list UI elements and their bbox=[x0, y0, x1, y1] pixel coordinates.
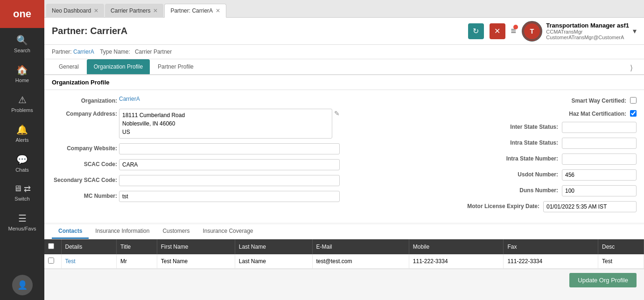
motor-license-input[interactable] bbox=[543, 201, 637, 212]
tab-carrier-partners[interactable]: Carrier Partners ✕ bbox=[105, 4, 163, 18]
edit-address-icon[interactable]: ✎ bbox=[334, 109, 340, 117]
field-mc-number: MC Number: bbox=[52, 191, 340, 202]
field-organization: Organization: CarrierA bbox=[52, 96, 340, 104]
refresh-button[interactable]: ↻ bbox=[468, 23, 484, 39]
field-haz-mat: Haz Mat Certification: bbox=[349, 109, 637, 117]
company-website-input[interactable] bbox=[119, 143, 340, 154]
expand-icon[interactable]: ⟩ bbox=[626, 62, 637, 74]
sub-tab-insurance-info[interactable]: Insurance Information bbox=[89, 224, 156, 239]
main-area: Neo Dashboard ✕ Carrier Partners ✕ Partn… bbox=[44, 0, 644, 300]
field-company-address: Company Address: 18111 Cumberland RoadNo… bbox=[52, 109, 340, 139]
field-interstate-status: Inter State Status: bbox=[349, 122, 637, 133]
smart-way-checkbox[interactable] bbox=[630, 97, 637, 104]
organization-label: Organization: bbox=[52, 96, 117, 104]
scac-code-label: SCAC Code: bbox=[52, 159, 117, 167]
row-checkbox[interactable] bbox=[48, 258, 54, 264]
inner-tabs: General Organization Profile Partner Pro… bbox=[44, 59, 644, 75]
haz-mat-checkbox[interactable] bbox=[630, 110, 637, 117]
contacts-table-wrapper: Details Title First Name Last Name E-Mai… bbox=[44, 239, 644, 269]
col-title: Title bbox=[117, 239, 157, 254]
content-area: Partner: CarrierA Type Name: Carrier Par… bbox=[44, 45, 644, 300]
intrastate-number-input[interactable] bbox=[562, 153, 637, 165]
tab-close-icon[interactable]: ✕ bbox=[94, 7, 98, 14]
tab-close-icon[interactable]: ✕ bbox=[153, 7, 158, 14]
organization-value[interactable]: CarrierA bbox=[119, 96, 140, 102]
update-org-profile-button[interactable]: Update Org Profile bbox=[569, 273, 637, 287]
duns-number-label: Duns Number: bbox=[519, 185, 558, 194]
mc-number-input[interactable] bbox=[119, 191, 340, 202]
secondary-scac-input[interactable] bbox=[119, 175, 340, 186]
sub-tab-insurance-coverage[interactable]: Insurance Coverage bbox=[196, 224, 259, 239]
user-info: T Transportation Manager asf1 CCMATransM… bbox=[522, 21, 637, 42]
sidebar-item-home[interactable]: 🏠 Home bbox=[0, 58, 44, 88]
sidebar-item-search[interactable]: 🔍 Search bbox=[0, 28, 44, 58]
tab-label: Carrier Partners bbox=[111, 7, 150, 14]
col-last-name: Last Name bbox=[235, 239, 312, 254]
type-label: Type Name: bbox=[100, 49, 130, 55]
sub-tabs-bar: Contacts Insurance Information Customers… bbox=[44, 224, 644, 239]
form-right-col: Smart Way Certified: Haz Mat Certificati… bbox=[349, 96, 637, 217]
usdot-number-label: Usdot Number: bbox=[518, 169, 558, 178]
footer-bar: Update Org Profile bbox=[44, 269, 644, 291]
sidebar: one 🔍 Search 🏠 Home ⚠ Problems 🔔 Alerts … bbox=[0, 0, 44, 300]
field-intrastate-number: Intra State Number: bbox=[349, 153, 637, 165]
form-left-col: Organization: CarrierA Company Address: … bbox=[52, 96, 340, 217]
usdot-number-input[interactable] bbox=[562, 169, 637, 181]
contacts-table: Details Title First Name Last Name E-Mai… bbox=[44, 239, 644, 269]
tab-partner-profile[interactable]: Partner Profile bbox=[151, 59, 201, 74]
warning-icon: ⚠ bbox=[18, 94, 27, 105]
motor-license-label: Motor License Expiry Date: bbox=[467, 201, 539, 209]
sidebar-item-menus[interactable]: ☰ Menus/Favs bbox=[0, 206, 44, 236]
menu-button[interactable]: ≡ bbox=[511, 26, 517, 36]
section-title: Organization Profile bbox=[44, 75, 644, 90]
svg-text:T: T bbox=[530, 27, 534, 35]
user-text: Transportation Manager asf1 CCMATransMgr… bbox=[546, 22, 629, 40]
tab-general[interactable]: General bbox=[52, 59, 86, 74]
close-button[interactable]: ✕ bbox=[490, 23, 505, 39]
field-intrastate-status: Intra State Status: bbox=[349, 138, 637, 149]
partner-link[interactable]: CarrierA bbox=[73, 49, 94, 55]
chat-icon: 💬 bbox=[16, 154, 28, 165]
interstate-status-input[interactable] bbox=[562, 122, 637, 133]
duns-number-input[interactable] bbox=[562, 185, 637, 196]
sidebar-item-switch[interactable]: 🖥 ⇄ Switch bbox=[0, 177, 44, 206]
tab-neo-dashboard[interactable]: Neo Dashboard ✕ bbox=[46, 4, 104, 18]
sidebar-item-alerts[interactable]: 🔔 Alerts bbox=[0, 118, 44, 147]
page-title: Partner: CarrierA bbox=[52, 26, 462, 36]
field-usdot-number: Usdot Number: bbox=[349, 169, 637, 181]
tab-label: Neo Dashboard bbox=[52, 7, 91, 14]
row-checkbox-cell bbox=[44, 254, 61, 269]
field-smart-way: Smart Way Certified: bbox=[349, 96, 637, 104]
tab-partner-carriera[interactable]: Partner: CarrierA ✕ bbox=[164, 4, 226, 18]
field-scac-code: SCAC Code: bbox=[52, 159, 340, 170]
tab-close-icon[interactable]: ✕ bbox=[216, 7, 220, 14]
sidebar-item-label: Problems bbox=[11, 107, 33, 113]
notification-dot bbox=[513, 25, 518, 29]
app-logo[interactable]: one bbox=[0, 0, 44, 28]
intrastate-status-label: Intra State Status: bbox=[510, 138, 558, 146]
user-name: Transportation Manager asf1 bbox=[546, 22, 629, 29]
sidebar-item-chats[interactable]: 💬 Chats bbox=[0, 147, 44, 177]
row-mobile: 111-222-3334 bbox=[409, 254, 504, 269]
switch-icons: 🖥 ⇄ bbox=[14, 184, 31, 194]
details-link[interactable]: Test bbox=[65, 258, 76, 265]
sidebar-item-label: Search bbox=[14, 48, 30, 53]
sidebar-user-avatar[interactable]: 👤 bbox=[12, 275, 33, 295]
secondary-scac-label: Secondary SCAC Code: bbox=[52, 175, 117, 183]
company-address-label: Company Address: bbox=[52, 109, 117, 117]
switch-screen-icon: 🖥 bbox=[14, 184, 22, 194]
sub-tab-customers[interactable]: Customers bbox=[156, 224, 196, 239]
bell-icon: 🔔 bbox=[16, 124, 28, 135]
sidebar-item-label: Switch bbox=[14, 196, 29, 202]
dropdown-arrow-icon[interactable]: ▾ bbox=[633, 27, 637, 35]
interstate-status-label: Inter State Status: bbox=[510, 122, 558, 130]
search-icon: 🔍 bbox=[16, 35, 28, 46]
field-motor-license: Motor License Expiry Date: bbox=[349, 201, 637, 212]
sub-tab-contacts[interactable]: Contacts bbox=[52, 224, 89, 239]
select-all-checkbox[interactable] bbox=[48, 243, 54, 249]
sidebar-item-label: Home bbox=[15, 77, 29, 83]
sidebar-item-problems[interactable]: ⚠ Problems bbox=[0, 88, 44, 118]
intrastate-status-input[interactable] bbox=[562, 138, 637, 149]
scac-code-input[interactable] bbox=[119, 159, 340, 170]
tab-org-profile[interactable]: Organization Profile bbox=[87, 59, 150, 74]
